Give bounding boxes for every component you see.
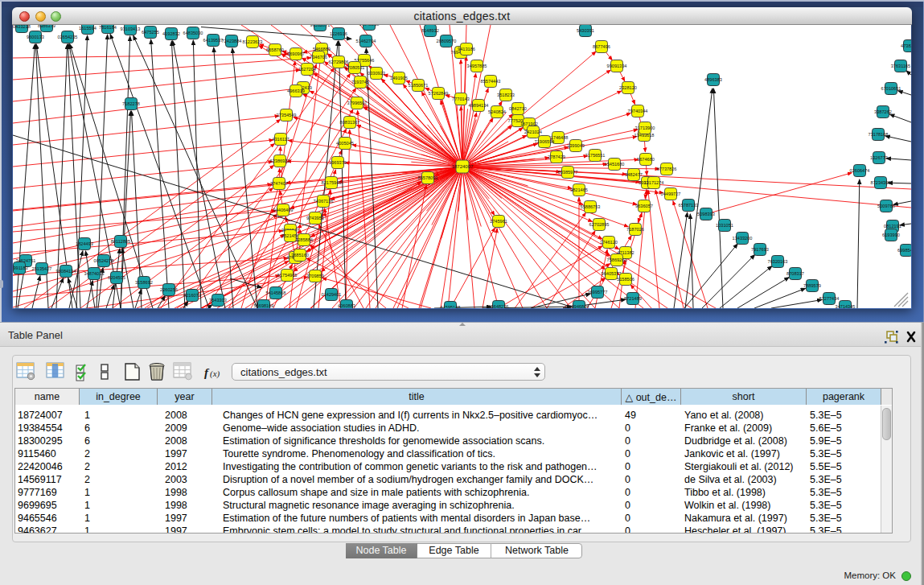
- svg-text:3685160: 3685160: [291, 253, 309, 257]
- svg-text:6658760: 6658760: [266, 47, 284, 52]
- svg-text:0330923: 0330923: [368, 71, 385, 76]
- svg-text:9743953: 9743953: [306, 216, 324, 220]
- svg-text:55886753: 55886753: [581, 204, 601, 209]
- svg-text:65648236: 65648236: [489, 304, 509, 308]
- svg-text:f: f: [204, 366, 210, 379]
- svg-text:71906594: 71906594: [535, 139, 555, 144]
- svg-text:4060883: 4060883: [338, 303, 355, 308]
- svg-text:4216073: 4216073: [183, 293, 201, 298]
- svg-text:3387262: 3387262: [874, 109, 892, 114]
- svg-text:36995777: 36995777: [588, 290, 608, 295]
- svg-text:74367136: 74367136: [314, 199, 334, 204]
- svg-text:51462704: 51462704: [356, 39, 376, 43]
- svg-text:34714345: 34714345: [836, 304, 856, 308]
- svg-text:1969379: 1969379: [329, 160, 347, 165]
- svg-text:60385977: 60385977: [558, 170, 578, 175]
- svg-text:65787133: 65787133: [679, 203, 699, 208]
- svg-text:9413186: 9413186: [458, 47, 475, 51]
- svg-text:4005045: 4005045: [336, 141, 354, 146]
- svg-text:29946804: 29946804: [569, 304, 589, 308]
- svg-text:81754965: 81754965: [277, 273, 298, 278]
- svg-text:2787429: 2787429: [548, 154, 565, 159]
- svg-text:27354549: 27354549: [277, 113, 297, 117]
- svg-text:13433200: 13433200: [733, 236, 753, 241]
- svg-text:7182278: 7182278: [122, 101, 140, 106]
- svg-text:4966319: 4966319: [287, 89, 305, 93]
- svg-text:6475255: 6475255: [142, 30, 159, 35]
- svg-text:82175946: 82175946: [322, 180, 342, 185]
- svg-text:8708317: 8708317: [786, 271, 804, 276]
- svg-text:7917693: 7917693: [751, 247, 769, 252]
- svg-text:8677496: 8677496: [593, 44, 610, 49]
- svg-text:6204505: 6204505: [108, 275, 125, 280]
- svg-text:7770143: 7770143: [452, 97, 470, 101]
- svg-text:0842710: 0842710: [509, 106, 527, 111]
- svg-text:86578091: 86578091: [418, 175, 438, 180]
- svg-text:02654235: 02654235: [58, 35, 78, 39]
- svg-text:57262849: 57262849: [429, 91, 449, 96]
- svg-text:3285884: 3285884: [295, 237, 313, 242]
- svg-text:3482477: 3482477: [625, 172, 643, 177]
- svg-text:96405377: 96405377: [602, 271, 622, 276]
- svg-text:1326773: 1326773: [870, 155, 888, 160]
- svg-text:0812191: 0812191: [884, 224, 901, 229]
- svg-text:54145868: 54145868: [266, 290, 286, 295]
- svg-text:1491905: 1491905: [390, 76, 408, 80]
- svg-text:80112805: 80112805: [111, 239, 130, 244]
- svg-text:1226916: 1226916: [330, 31, 347, 36]
- svg-text:7991183: 7991183: [13, 266, 28, 270]
- svg-text:8148932: 8148932: [421, 28, 439, 33]
- svg-text:17080531: 17080531: [345, 65, 365, 70]
- svg-text:67010651: 67010651: [881, 86, 901, 91]
- svg-text:15451680: 15451680: [605, 162, 625, 167]
- svg-text:62729806: 62729806: [329, 60, 349, 64]
- svg-text:87277434: 87277434: [819, 296, 840, 301]
- svg-text:4316117: 4316117: [272, 137, 289, 142]
- svg-text:61595148: 61595148: [441, 305, 461, 308]
- svg-text:04499727: 04499727: [661, 192, 681, 196]
- svg-text:7346706: 7346706: [310, 55, 327, 60]
- svg-text:4192832: 4192832: [162, 31, 180, 36]
- svg-text:00524278: 00524278: [94, 258, 114, 263]
- svg-text:62386922: 62386922: [270, 159, 290, 163]
- svg-text:37631165: 37631165: [891, 64, 910, 68]
- svg-text:1615594: 1615594: [79, 26, 97, 31]
- svg-text:9600133: 9600133: [27, 35, 44, 39]
- svg-text:55698169: 55698169: [254, 303, 274, 308]
- svg-text:76320163: 76320163: [768, 259, 788, 264]
- svg-text:18724007: 18724007: [452, 164, 474, 169]
- svg-text:13171274: 13171274: [644, 180, 664, 185]
- svg-text:6998543: 6998543: [897, 248, 911, 253]
- svg-text:25135427: 25135427: [32, 266, 52, 271]
- svg-text:73178108: 73178108: [869, 132, 889, 137]
- svg-text:71756551: 71756551: [585, 153, 606, 158]
- svg-text:93103413: 93103413: [121, 27, 141, 31]
- svg-text:2328120: 2328120: [619, 85, 637, 90]
- svg-text:64835030: 64835030: [183, 31, 203, 35]
- svg-text:7193745: 7193745: [351, 80, 369, 84]
- svg-text:34874016: 34874016: [84, 271, 105, 276]
- svg-text:1746120: 1746120: [600, 240, 618, 245]
- svg-text:7187026: 7187026: [626, 227, 644, 232]
- svg-text:3747407: 3747407: [270, 181, 288, 186]
- svg-text:81223623: 81223623: [243, 39, 263, 44]
- svg-text:67737826: 67737826: [657, 167, 677, 171]
- svg-text:51850671: 51850671: [409, 83, 429, 88]
- svg-text:7543303: 7543303: [209, 298, 227, 303]
- svg-text:1627204: 1627204: [298, 67, 316, 72]
- svg-text:7889579: 7889579: [803, 283, 821, 288]
- svg-text:75869261: 75869261: [607, 257, 627, 262]
- svg-text:01429401: 01429401: [322, 292, 342, 297]
- svg-text:49894134: 49894134: [469, 103, 489, 108]
- svg-text:9821465: 9821465: [570, 187, 588, 192]
- svg-text:6690967: 6690967: [287, 51, 305, 56]
- svg-text:3158692: 3158692: [135, 280, 153, 285]
- svg-text:79740344: 79740344: [628, 109, 648, 113]
- svg-text:80831367: 80831367: [340, 120, 360, 125]
- svg-text:(x): (x): [210, 369, 220, 379]
- svg-text:94406409: 94406409: [273, 208, 294, 212]
- svg-text:3709859: 3709859: [306, 274, 324, 278]
- svg-text:4738299: 4738299: [901, 43, 911, 48]
- svg-text:5158506: 5158506: [617, 277, 634, 282]
- svg-text:4896383: 4896383: [704, 77, 722, 82]
